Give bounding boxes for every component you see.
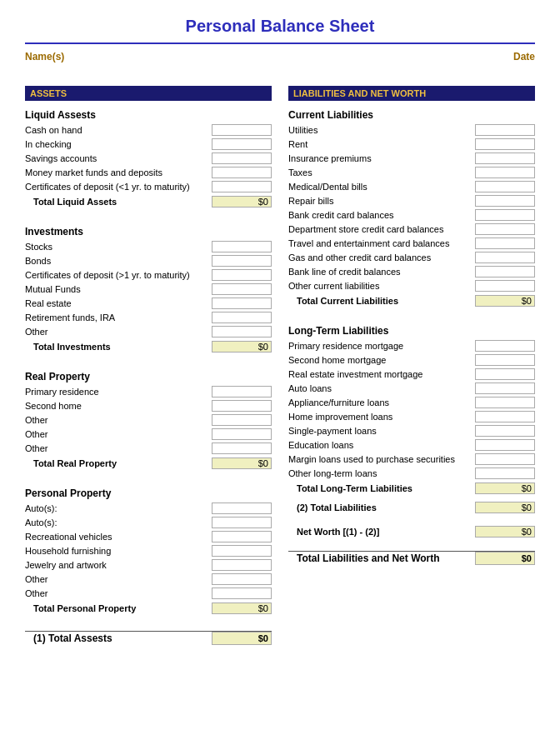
item-label: Insurance premiums <box>288 153 475 163</box>
personal-prop-other2-input[interactable] <box>212 588 272 599</box>
list-item: Real estate <box>25 297 272 310</box>
liquid-assets-total-row: Total Liquid Assets $0 <box>25 196 272 208</box>
item-label: Other <box>25 443 212 453</box>
item-label: Primary residence <box>25 387 212 397</box>
investments-title: Investments <box>25 226 272 238</box>
second-home-mortgage-input[interactable] <box>475 354 535 366</box>
primary-residence-input[interactable] <box>212 386 272 398</box>
money-market-input[interactable] <box>212 167 272 178</box>
item-label: Household furnishing <box>25 546 212 556</box>
jewelry-artwork-input[interactable] <box>212 559 272 571</box>
list-item: Recreational vehicles <box>25 530 272 543</box>
real-prop-other2-input[interactable] <box>212 428 272 440</box>
other-long-term-input[interactable] <box>475 468 535 479</box>
repair-bills-input[interactable] <box>475 195 535 207</box>
real-property-total-row: Total Real Property $0 <box>25 458 272 469</box>
item-label: Real estate investment mortgage <box>288 369 475 379</box>
list-item: Department store credit card balances <box>288 222 535 236</box>
stocks-input[interactable] <box>212 241 272 252</box>
taxes-input[interactable] <box>475 167 535 178</box>
item-label: Auto loans <box>288 383 475 393</box>
assets-grand-total-label: (1) Total Assests <box>25 632 112 644</box>
item-label: Gas and other credit card balances <box>288 252 475 262</box>
list-item: Retirement funds, IRA <box>25 311 272 324</box>
item-label: Other current liabilities <box>288 281 475 291</box>
cert-deposit-lt1-input[interactable] <box>212 181 272 192</box>
cert-deposit-gt1-input[interactable] <box>212 269 272 281</box>
savings-accounts-input[interactable] <box>212 152 272 164</box>
net-worth-label: Net Worth [(1) - (2)] <box>288 527 379 537</box>
current-liabilities-title: Current Liabilities <box>288 109 535 121</box>
item-label: Auto(s): <box>25 518 212 528</box>
current-liabilities-total-row: Total Current Liabilities $0 <box>288 295 535 307</box>
mutual-funds-input[interactable] <box>212 283 272 295</box>
bank-line-credit-input[interactable] <box>475 266 535 278</box>
auto-loans-input[interactable] <box>475 382 535 394</box>
liabilities-grand-total-value: $0 <box>475 552 535 565</box>
cash-on-hand-input[interactable] <box>212 124 272 136</box>
liquid-total-value: $0 <box>212 196 272 208</box>
list-item: Utilities <box>288 123 535 137</box>
list-item: Cash on hand <box>25 123 272 137</box>
list-item: Appliance/furniture loans <box>288 396 535 409</box>
list-item: Money market funds and deposits <box>25 166 272 179</box>
personal-prop-other1-input[interactable] <box>212 573 272 585</box>
other-current-liabilities-input[interactable] <box>475 280 535 292</box>
primary-mortgage-input[interactable] <box>475 340 535 352</box>
item-label: Real estate <box>25 298 212 308</box>
item-label: Second home mortgage <box>288 355 475 365</box>
long-term-liabilities-total-row: Total Long-Term Liabilities $0 <box>288 482 535 494</box>
dept-store-credit-input[interactable] <box>475 223 535 235</box>
list-item: Savings accounts <box>25 152 272 165</box>
travel-entertainment-input[interactable] <box>475 238 535 249</box>
margin-loans-input[interactable] <box>475 453 535 465</box>
list-item: Second home mortgage <box>288 353 535 367</box>
item-label: Certificates of deposit (<1 yr. to matur… <box>25 182 212 192</box>
auto2-input[interactable] <box>212 517 272 528</box>
real-property-title: Real Property <box>25 371 272 382</box>
item-label: Rent <box>288 139 475 149</box>
list-item: Other <box>25 325 272 338</box>
real-prop-other1-input[interactable] <box>212 414 272 426</box>
list-item: Bank line of credit balances <box>288 265 535 278</box>
real-estate-invest-input[interactable] <box>212 298 272 309</box>
item-label: Education loans <box>288 440 475 450</box>
recreational-vehicles-input[interactable] <box>212 531 272 542</box>
utilities-input[interactable] <box>475 124 535 136</box>
in-checking-input[interactable] <box>212 138 272 150</box>
item-label: In checking <box>25 139 212 149</box>
list-item: Second home <box>25 399 272 412</box>
current-liabilities-total-value: $0 <box>475 295 535 307</box>
list-item: Other <box>25 413 272 427</box>
item-label: Travel and entertainment card balances <box>288 238 475 248</box>
real-estate-mortgage-input[interactable] <box>475 368 535 380</box>
gas-credit-card-input[interactable] <box>475 252 535 263</box>
list-item: Auto(s): <box>25 516 272 529</box>
retirement-funds-input[interactable] <box>212 312 272 323</box>
real-prop-other3-input[interactable] <box>212 442 272 454</box>
investments-other-input[interactable] <box>212 326 272 338</box>
liquid-assets-title: Liquid Assests <box>25 109 272 121</box>
home-improvement-input[interactable] <box>475 411 535 422</box>
list-item: Home improvement loans <box>288 410 535 423</box>
insurance-premiums-input[interactable] <box>475 152 535 164</box>
second-home-input[interactable] <box>212 400 272 412</box>
long-term-liabilities-title: Long-Term Liabilities <box>288 325 535 337</box>
list-item: Bonds <box>25 254 272 268</box>
header-divider <box>25 42 535 44</box>
single-payment-input[interactable] <box>475 425 535 437</box>
item-label: Taxes <box>288 168 475 178</box>
medical-dental-input[interactable] <box>475 181 535 192</box>
household-furnishing-input[interactable] <box>212 545 272 557</box>
education-loans-input[interactable] <box>475 439 535 451</box>
list-item: Auto(s): <box>25 502 272 515</box>
personal-property-total-label: Total Personal Property <box>25 603 136 613</box>
appliance-furniture-input[interactable] <box>475 397 535 408</box>
bonds-input[interactable] <box>212 255 272 267</box>
auto1-input[interactable] <box>212 502 272 514</box>
rent-input[interactable] <box>475 138 535 150</box>
item-label: Bonds <box>25 256 212 266</box>
net-worth-row: Net Worth [(1) - (2)] $0 <box>288 526 535 538</box>
bank-credit-card-input[interactable] <box>475 209 535 221</box>
total-liabilities-value: $0 <box>475 502 535 513</box>
